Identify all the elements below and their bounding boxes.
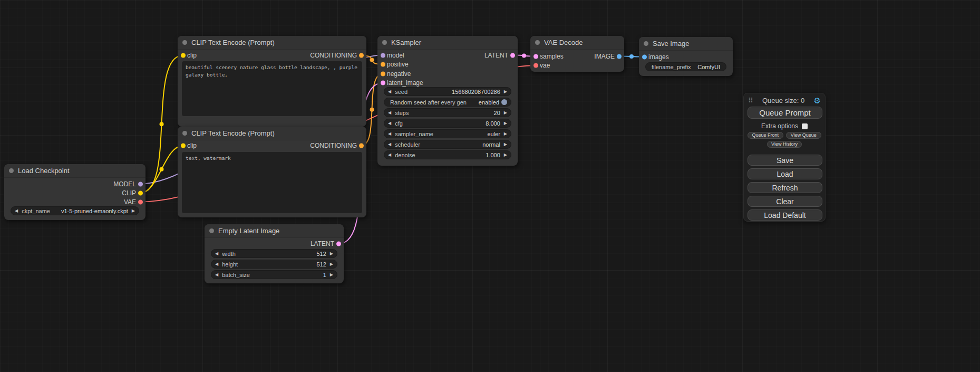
node-collapse-dot[interactable] <box>644 41 648 46</box>
widget-sampler-name[interactable]: ◀ sampler_name euler ▶ <box>384 129 511 138</box>
slot-label: clip <box>187 52 197 59</box>
input-dot-positive[interactable] <box>381 62 385 67</box>
view-history-button[interactable]: View History <box>767 141 802 148</box>
node-collapse-dot[interactable] <box>9 168 14 173</box>
output-dot-vae[interactable] <box>138 199 143 204</box>
view-queue-button[interactable]: View Queue <box>786 132 822 139</box>
node-title-bar[interactable]: KSampler <box>377 36 518 50</box>
widget-height[interactable]: ◀ height 512 ▶ <box>211 260 337 269</box>
widget-denoise[interactable]: ◀ denoise 1.000 ▶ <box>384 150 511 159</box>
increase-arrow-icon[interactable]: ▶ <box>504 111 507 115</box>
node-collapse-dot[interactable] <box>182 40 187 45</box>
decrease-arrow-icon[interactable]: ◀ <box>215 262 218 266</box>
negative-prompt-textarea[interactable]: text, watermark <box>182 152 362 213</box>
input-slot-images: images <box>639 53 669 61</box>
node-clip-text-encode-positive[interactable]: CLIP Text Encode (Prompt) clip CONDITION… <box>178 36 366 127</box>
node-empty-latent-image[interactable]: Empty Latent Image LATENT ◀ width 512 ▶ … <box>205 224 344 283</box>
increase-arrow-icon[interactable]: ▶ <box>330 252 333 256</box>
increase-arrow-icon[interactable]: ▶ <box>330 273 333 277</box>
widget-scheduler[interactable]: ◀ scheduler normal ▶ <box>384 140 511 149</box>
output-dot-latent[interactable] <box>336 241 341 246</box>
increase-arrow-icon[interactable]: ▶ <box>504 132 507 136</box>
input-dot-model[interactable] <box>381 53 385 58</box>
widget-name: height <box>222 261 316 268</box>
node-collapse-dot[interactable] <box>382 40 387 45</box>
toggle-knob[interactable] <box>501 99 507 105</box>
node-title-bar[interactable]: Load Checkpoint <box>4 164 145 178</box>
widget-ckpt-name[interactable]: ◀ ckpt_name v1-5-pruned-emaonly.ckpt ▶ <box>11 206 139 215</box>
output-dot-model[interactable] <box>138 182 143 186</box>
increase-arrow-icon[interactable]: ▶ <box>504 142 507 147</box>
decrease-arrow-icon[interactable]: ◀ <box>388 142 391 147</box>
widget-value: 1.000 <box>486 152 500 158</box>
output-dot-latent[interactable] <box>510 53 515 58</box>
input-dot-latent-image[interactable] <box>381 81 385 85</box>
queue-prompt-button[interactable]: Queue Prompt <box>748 107 822 119</box>
node-collapse-dot[interactable] <box>209 228 214 233</box>
decrease-arrow-icon[interactable]: ◀ <box>388 121 391 126</box>
load-button[interactable]: Load <box>748 168 822 179</box>
increase-arrow-icon[interactable]: ▶ <box>504 153 507 157</box>
input-dot-clip[interactable] <box>181 143 186 148</box>
slot-label: CLIP <box>122 189 136 197</box>
input-dot-samples[interactable] <box>533 54 538 59</box>
increase-arrow-icon[interactable]: ▶ <box>330 262 333 266</box>
decrease-arrow-icon[interactable]: ◀ <box>215 273 218 277</box>
increase-arrow-icon[interactable]: ▶ <box>504 90 507 94</box>
widget-cfg[interactable]: ◀ cfg 8.000 ▶ <box>384 119 511 128</box>
output-dot-image[interactable] <box>617 54 622 59</box>
increase-arrow-icon[interactable]: ▶ <box>504 121 507 126</box>
output-dot-conditioning[interactable] <box>359 53 364 58</box>
queue-buttons-row: Queue Front View Queue <box>748 132 821 139</box>
positive-prompt-textarea[interactable]: beautiful scenery nature glass bottle la… <box>182 61 362 116</box>
node-load-checkpoint[interactable]: Load Checkpoint MODEL CLIP VAE ◀ ckpt_na… <box>4 164 145 220</box>
decrease-arrow-icon[interactable]: ◀ <box>388 153 391 157</box>
decrease-arrow-icon[interactable]: ◀ <box>15 209 18 213</box>
output-slot-latent: LATENT <box>311 240 344 247</box>
slot-label: IMAGE <box>594 53 615 60</box>
decrease-arrow-icon[interactable]: ◀ <box>215 252 218 256</box>
clear-button[interactable]: Clear <box>748 196 822 207</box>
output-slot-vae: VAE <box>124 198 145 206</box>
node-title-bar[interactable]: CLIP Text Encode (Prompt) <box>178 127 366 140</box>
drag-handle-icon[interactable]: ⠿ <box>748 97 753 104</box>
widget-filename-prefix[interactable]: filename_prefix ComfyUI <box>645 62 726 71</box>
output-dot-conditioning[interactable] <box>359 143 364 148</box>
node-title-bar[interactable]: CLIP Text Encode (Prompt) <box>178 36 366 50</box>
output-dot-clip[interactable] <box>138 190 143 195</box>
node-title-label: Load Checkpoint <box>18 167 70 175</box>
input-dot-vae[interactable] <box>533 63 538 68</box>
input-slot-negative: negative <box>377 70 411 78</box>
node-title-bar[interactable]: Empty Latent Image <box>205 224 344 238</box>
extra-options-checkbox[interactable] <box>802 123 808 129</box>
slot-label: CONDITIONING <box>310 52 357 59</box>
node-vae-decode[interactable]: VAE Decode samples vae IMAGE <box>530 36 624 72</box>
node-title-bar[interactable]: VAE Decode <box>530 36 624 50</box>
settings-gear-icon[interactable]: ⚙ <box>814 97 821 104</box>
widget-seed[interactable]: ◀ seed 156680208700286 ▶ <box>384 87 511 96</box>
slot-label: LATENT <box>484 52 508 59</box>
save-button[interactable]: Save <box>748 155 822 166</box>
node-clip-text-encode-negative[interactable]: CLIP Text Encode (Prompt) clip CONDITION… <box>178 127 366 217</box>
decrease-arrow-icon[interactable]: ◀ <box>388 90 391 94</box>
node-collapse-dot[interactable] <box>535 40 540 45</box>
decrease-arrow-icon[interactable]: ◀ <box>388 132 391 136</box>
widget-random-seed-toggle[interactable]: Random seed after every gen enabled <box>384 98 511 107</box>
node-title-label: CLIP Text Encode (Prompt) <box>191 39 275 46</box>
load-default-button[interactable]: Load Default <box>748 209 822 221</box>
node-ksampler[interactable]: KSampler model positive negative latent_… <box>377 36 518 166</box>
widget-steps[interactable]: ◀ steps 20 ▶ <box>384 108 511 117</box>
widget-width[interactable]: ◀ width 512 ▶ <box>211 249 337 258</box>
queue-front-button[interactable]: Queue Front <box>748 132 783 139</box>
input-dot-images[interactable] <box>642 54 647 59</box>
input-dot-clip[interactable] <box>181 53 186 58</box>
decrease-arrow-icon[interactable]: ◀ <box>388 111 391 115</box>
widget-batch-size[interactable]: ◀ batch_size 1 ▶ <box>211 270 337 279</box>
node-title-bar[interactable]: Save Image <box>639 37 733 51</box>
refresh-button[interactable]: Refresh <box>748 182 822 193</box>
increase-arrow-icon[interactable]: ▶ <box>132 209 135 213</box>
input-dot-negative[interactable] <box>381 71 385 76</box>
slot-label: images <box>648 53 669 61</box>
node-collapse-dot[interactable] <box>182 131 187 136</box>
node-save-image[interactable]: Save Image images filename_prefix ComfyU… <box>639 37 733 76</box>
